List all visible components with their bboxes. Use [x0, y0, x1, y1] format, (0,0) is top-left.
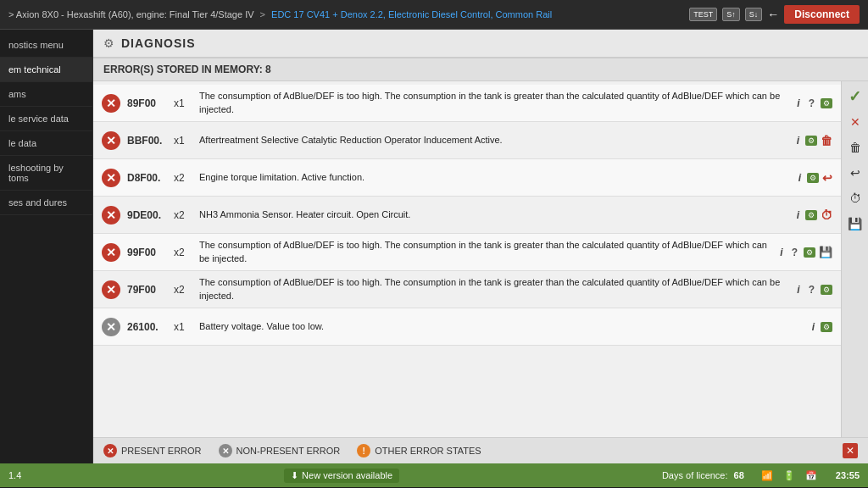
legend-close-button[interactable]: ✕: [843, 443, 858, 458]
sidebar-item-le-data[interactable]: le data: [0, 131, 92, 156]
undo-icon[interactable]: ↩: [845, 163, 865, 183]
sidebar-item-leshooting[interactable]: leshooting by toms: [0, 156, 92, 191]
diagnosis-icon: ⚙: [103, 36, 114, 50]
sidebar-item-nostics[interactable]: nostics menu: [0, 33, 92, 58]
chip-button[interactable]: ⚙: [821, 98, 832, 108]
breadcrumb-separator: >: [260, 9, 265, 19]
close-icon[interactable]: ✕: [845, 112, 865, 132]
error-icon-red: ✕: [102, 131, 120, 150]
legend-gray-icon: ✕: [219, 444, 232, 458]
signal-badge: S↑: [722, 8, 740, 21]
save-icon[interactable]: 💾: [845, 214, 865, 234]
error-desc: The consumption of AdBlue/DEF is too hig…: [199, 90, 789, 116]
timer-icon[interactable]: ⏱: [845, 188, 865, 208]
test-badge: TEST: [689, 8, 717, 21]
chip-button[interactable]: ⚙: [821, 285, 832, 295]
error-actions: i ⚙ ↩: [796, 170, 832, 186]
question-button[interactable]: ?: [806, 282, 817, 297]
error-code: D8F00.: [127, 172, 174, 184]
error-list: ✕ 89F00 x1 The consumption of AdBlue/DEF…: [93, 81, 841, 437]
info-button[interactable]: i: [794, 282, 802, 297]
breadcrumb-text: > Axion 8X0 - Hexashift (A60), engine: F…: [8, 9, 254, 19]
error-icon-red: ✕: [102, 206, 120, 225]
info-button[interactable]: i: [777, 245, 785, 260]
download-icon: ⬇: [291, 470, 298, 481]
info-button[interactable]: i: [810, 319, 817, 335]
question-button[interactable]: ?: [789, 245, 800, 260]
top-right-icons: TEST S↑ S↓ ← Disconnect: [689, 5, 860, 24]
sidebar-label-0: nostics menu: [8, 40, 64, 50]
table-row: ✕ 26100. x1 Battery voltage. Value too l…: [93, 308, 841, 346]
error-desc: Engine torque limitation. Active functio…: [199, 171, 791, 184]
trash-icon[interactable]: 🗑: [845, 137, 865, 158]
calendar-icon: 📅: [805, 470, 817, 481]
error-code: 9DE00.: [127, 209, 174, 221]
errors-count-label: ERROR(S) STORED IN MEMORY: 8: [103, 64, 271, 75]
error-count: x2: [174, 172, 199, 184]
error-actions: i ⚙ ⏱: [794, 208, 832, 223]
timer-button[interactable]: ⏱: [821, 208, 832, 222]
status-bar: 1.4 ⬇ New version available Days of lice…: [0, 463, 868, 487]
info-button[interactable]: i: [794, 133, 802, 148]
error-actions: i ? ⚙ 💾: [777, 245, 832, 260]
error-desc: Aftertreatment Selective Catalytic Reduc…: [199, 134, 789, 147]
table-row: ✕ D8F00. x2 Engine torque limitation. Ac…: [93, 159, 841, 197]
back-icon[interactable]: ←: [767, 8, 779, 21]
error-code: 79F00: [127, 284, 174, 296]
legend-present-label: PRESENT ERROR: [121, 446, 202, 456]
info-button[interactable]: i: [796, 170, 804, 186]
error-code: 89F00: [127, 97, 174, 109]
legend-present-error: ✕ PRESENT ERROR: [103, 444, 202, 458]
licence-days: 68: [734, 470, 744, 480]
signal2-badge: S↓: [745, 8, 763, 21]
table-row: ✕ 9DE00. x2 NH3 Ammonia Sensor. Heater c…: [93, 197, 841, 234]
sidebar-item-ses-dures[interactable]: ses and dures: [0, 191, 92, 215]
legend-other-error: ! OTHER ERROR STATES: [357, 444, 481, 458]
sidebar: nostics menu em technical ams le service…: [0, 30, 93, 463]
status-time: 23:55: [836, 470, 860, 480]
info-button[interactable]: i: [794, 96, 802, 111]
error-desc: Battery voltage. Value too low.: [199, 320, 804, 333]
chip-button[interactable]: ⚙: [821, 322, 832, 332]
back-button[interactable]: ↩: [822, 171, 832, 185]
info-button[interactable]: i: [794, 208, 802, 223]
error-icon-red: ✕: [102, 243, 120, 262]
new-version-button[interactable]: ⬇ New version available: [284, 469, 399, 483]
licence-label: Days of licence:: [662, 470, 728, 480]
error-desc: NH3 Ammonia Sensor. Heater circuit. Open…: [199, 208, 789, 221]
chip-button[interactable]: ⚙: [804, 247, 815, 258]
sidebar-label-3: le service data: [8, 114, 69, 124]
sidebar-label-2: ams: [8, 89, 26, 99]
delete-button[interactable]: 🗑: [821, 134, 832, 147]
table-row: ✕ 99F00 x2 The consumption of AdBlue/DEF…: [93, 234, 841, 271]
error-count: x1: [174, 135, 199, 147]
sidebar-item-service-data[interactable]: le service data: [0, 107, 92, 131]
version-label: New version available: [302, 470, 392, 480]
error-count: x2: [174, 284, 199, 296]
sidebar-item-ams[interactable]: ams: [0, 82, 92, 107]
checkmark-icon[interactable]: ✓: [845, 86, 865, 107]
question-button[interactable]: ?: [806, 96, 817, 111]
sidebar-item-technical[interactable]: em technical: [0, 58, 92, 82]
content-area: ⚙ DIAGNOSIS ERROR(S) STORED IN MEMORY: 8…: [93, 30, 868, 463]
sidebar-label-5: leshooting by toms: [8, 163, 64, 183]
table-row: ✕ 79F00 x2 The consumption of AdBlue/DEF…: [93, 271, 841, 308]
chip-button[interactable]: ⚙: [807, 173, 819, 183]
chip-button[interactable]: ⚙: [805, 210, 817, 220]
error-icon-gray: ✕: [102, 318, 120, 336]
error-count: x2: [174, 247, 199, 258]
licence-info: Days of licence: 68: [662, 470, 744, 480]
disconnect-button[interactable]: Disconnect: [784, 5, 860, 24]
error-icon-red: ✕: [102, 94, 120, 113]
table-row: ✕ 89F00 x1 The consumption of AdBlue/DEF…: [93, 85, 841, 122]
error-count: x1: [174, 321, 199, 333]
battery-icon: 🔋: [783, 470, 795, 481]
error-desc: The consumption of AdBlue/DEF is too hig…: [199, 239, 772, 265]
chip-button[interactable]: ⚙: [805, 136, 817, 146]
diagnosis-header: ⚙ DIAGNOSIS: [93, 30, 868, 58]
error-code: BBF00.: [127, 135, 174, 147]
sidebar-label-1: em technical: [8, 64, 61, 75]
save-button[interactable]: 💾: [819, 246, 832, 258]
breadcrumb-path: > Axion 8X0 - Hexashift (A60), engine: F…: [8, 9, 552, 19]
network-icon: 📶: [761, 470, 773, 481]
